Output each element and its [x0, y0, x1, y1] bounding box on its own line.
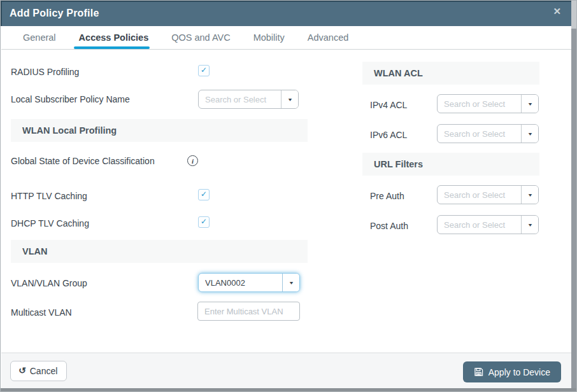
ipv4-acl-input[interactable]: [438, 95, 521, 113]
check-icon: ✓: [201, 66, 207, 74]
apply-to-device-button[interactable]: Apply to Device: [463, 361, 561, 382]
wlan-local-profiling-header: WLAN Local Profiling: [22, 125, 117, 136]
wlan-local-profiling-section: WLAN Local Profiling: [11, 119, 308, 142]
chevron-down-icon[interactable]: ▼: [521, 95, 538, 113]
apply-button-label: Apply to Device: [488, 367, 550, 377]
pre-auth-input[interactable]: [438, 186, 521, 204]
multicast-vlan-label: Multicast VLAN: [11, 307, 72, 318]
global-state-device-classification-label: Global State of Device Classification: [11, 156, 167, 166]
radius-profiling-checkbox[interactable]: ✓: [198, 65, 210, 76]
scrollbar-thumb[interactable]: [571, 1, 576, 29]
cancel-button[interactable]: ↺ Cancel: [10, 361, 67, 381]
check-icon: ✓: [201, 190, 207, 198]
post-auth-select[interactable]: ▼: [437, 215, 539, 234]
chevron-down-icon[interactable]: ▼: [521, 216, 538, 234]
chevron-down-icon[interactable]: ▼: [521, 125, 538, 143]
wlan-acl-section: WLAN ACL: [362, 62, 539, 85]
ipv6-acl-select[interactable]: ▼: [437, 124, 539, 143]
local-subscriber-policy-select[interactable]: ▼: [198, 90, 299, 109]
cancel-button-label: Cancel: [30, 366, 58, 376]
modal-bottom-edge: [1, 388, 577, 391]
ipv4-acl-select[interactable]: ▼: [437, 94, 539, 113]
modal-titlebar: Add Policy Profile ✕: [1, 1, 573, 26]
ipv6-acl-input[interactable]: [438, 125, 521, 143]
chevron-down-icon[interactable]: ▼: [282, 274, 299, 291]
radius-profiling-label: RADIUS Profiling: [11, 67, 79, 77]
ipv6-acl-label: IPv6 ACL: [370, 130, 407, 140]
dhcp-tlv-caching-checkbox[interactable]: ✓: [198, 216, 210, 228]
modal-footer: ↺ Cancel Apply to Device: [1, 353, 573, 389]
modal-title: Add Policy Profile: [10, 8, 99, 19]
scrollbar[interactable]: [571, 1, 576, 392]
ipv4-acl-label: IPv4 ACL: [370, 100, 407, 110]
multicast-vlan-input[interactable]: [197, 302, 300, 321]
post-auth-label: Post Auth: [370, 221, 408, 231]
local-subscriber-policy-name-label: Local Subscriber Policy Name: [11, 94, 130, 104]
pre-auth-label: Pre Auth: [370, 191, 404, 201]
tab-qos-and-avc[interactable]: QOS and AVC: [171, 26, 230, 49]
save-icon: [474, 367, 483, 377]
chevron-down-icon[interactable]: ▼: [281, 90, 298, 108]
vlan-vlan-group-input[interactable]: [199, 274, 282, 291]
vlan-header: VLAN: [22, 246, 47, 256]
url-filters-header: URL Filters: [374, 159, 423, 169]
undo-icon: ↺: [18, 365, 26, 375]
close-icon[interactable]: ✕: [553, 6, 561, 16]
wlan-acl-header: WLAN ACL: [374, 68, 423, 78]
http-tlv-caching-checkbox[interactable]: ✓: [198, 189, 210, 200]
tab-bar: General Access Policies QOS and AVC Mobi…: [1, 26, 573, 50]
pre-auth-select[interactable]: ▼: [437, 185, 539, 204]
local-subscriber-policy-input[interactable]: [199, 90, 281, 108]
url-filters-section: URL Filters: [362, 153, 539, 176]
tab-general[interactable]: General: [23, 26, 56, 49]
check-icon: ✓: [201, 218, 207, 225]
info-icon[interactable]: i: [187, 155, 198, 166]
active-tab-underline: [74, 46, 150, 49]
vlan-section: VLAN: [11, 240, 308, 263]
dhcp-tlv-caching-label: DHCP TLV Caching: [11, 218, 89, 228]
chevron-down-icon[interactable]: ▼: [521, 186, 538, 204]
tab-mobility[interactable]: Mobility: [253, 26, 285, 49]
post-auth-input[interactable]: [438, 216, 521, 234]
vlan-vlan-group-select[interactable]: ▼: [198, 273, 300, 292]
vlan-vlan-group-label: VLAN/VLAN Group: [11, 278, 87, 288]
add-policy-profile-modal: Add Policy Profile ✕ General Access Poli…: [0, 0, 577, 392]
tab-access-policies[interactable]: Access Policies: [79, 26, 149, 49]
tab-advanced[interactable]: Advanced: [308, 26, 349, 49]
http-tlv-caching-label: HTTP TLV Caching: [11, 191, 87, 201]
